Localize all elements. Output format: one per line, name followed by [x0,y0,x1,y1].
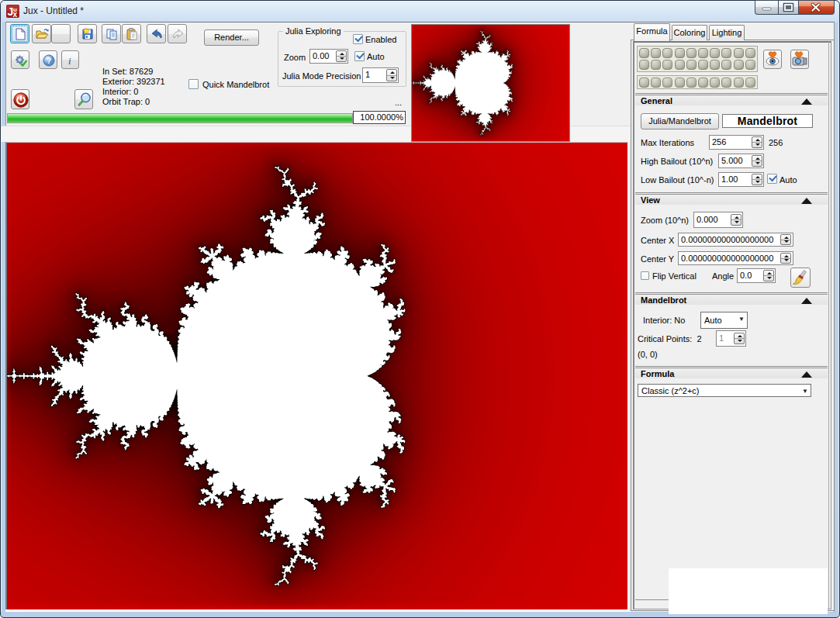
svg-text:?: ? [47,57,51,65]
svg-text:x: x [13,10,18,18]
svg-text:i: i [68,55,71,67]
